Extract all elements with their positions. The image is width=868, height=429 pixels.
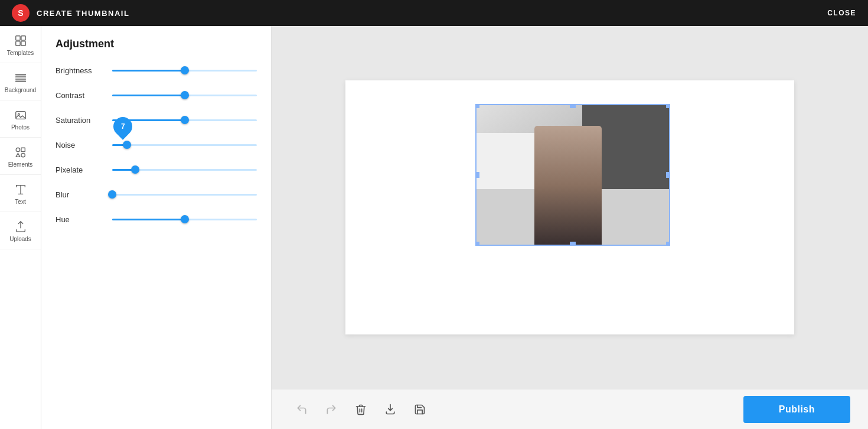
- redo-icon: [325, 404, 337, 415]
- svg-point-10: [16, 148, 19, 151]
- background-icon: [14, 72, 27, 84]
- undo-icon: [296, 404, 308, 415]
- saturation-row: Saturation: [56, 114, 257, 126]
- blur-row: Blur: [56, 188, 257, 200]
- sidebar-item-templates[interactable]: Templates: [0, 26, 41, 63]
- templates-icon: [14, 34, 27, 47]
- bottom-toolbar: Publish: [272, 389, 868, 429]
- brightness-label: Brightness: [56, 66, 103, 75]
- blur-label: Blur: [56, 190, 103, 199]
- pixelate-label: Pixelate: [56, 165, 103, 174]
- save-button[interactable]: [407, 397, 432, 422]
- canvas-image[interactable]: [475, 104, 670, 246]
- undo-button[interactable]: [289, 397, 314, 422]
- canvas-area: [272, 26, 868, 389]
- sidebar-item-text[interactable]: Text: [0, 175, 41, 212]
- sidebar-label-text: Text: [15, 199, 25, 206]
- handle-top-right[interactable]: [666, 104, 670, 108]
- sidebar-label-elements: Elements: [8, 161, 33, 168]
- handle-bottom-right[interactable]: [666, 242, 670, 246]
- svg-rect-1: [21, 36, 25, 40]
- blur-slider[interactable]: [112, 188, 257, 200]
- svg-rect-13: [21, 153, 24, 157]
- pixelate-slider[interactable]: [112, 164, 257, 176]
- header-left: S CREATE THUMBNAIL: [12, 4, 129, 22]
- main-layout: Templates Background Photos: [0, 26, 868, 429]
- kitchen-bg: [477, 105, 669, 245]
- download-icon: [384, 404, 396, 415]
- svg-rect-2: [15, 41, 19, 46]
- sidebar-item-uploads[interactable]: Uploads: [0, 212, 41, 249]
- save-icon: [414, 404, 426, 415]
- app-title: CREATE THUMBNAIL: [37, 9, 129, 18]
- delete-icon: [355, 404, 367, 415]
- publish-button[interactable]: Publish: [743, 396, 850, 423]
- handle-middle-right[interactable]: [666, 172, 670, 178]
- handle-top-center[interactable]: [570, 104, 576, 108]
- sidebar-label-uploads: Uploads: [9, 236, 31, 243]
- toolbar-left: [289, 397, 432, 422]
- kitchen-person: [534, 126, 602, 245]
- elements-icon: [14, 146, 27, 159]
- header: S CREATE THUMBNAIL CLOSE: [0, 0, 868, 26]
- saturation-label: Saturation: [56, 116, 103, 125]
- handle-bottom-left[interactable]: [475, 242, 479, 246]
- noise-label: Noise: [56, 141, 103, 150]
- handle-bottom-center[interactable]: [570, 242, 576, 246]
- brightness-slider[interactable]: [112, 64, 257, 76]
- canvas-section: Publish: [272, 26, 868, 429]
- logo: S: [12, 4, 30, 22]
- sidebar-item-background[interactable]: Background: [0, 63, 41, 100]
- uploads-icon: [14, 220, 27, 233]
- redo-button[interactable]: [319, 397, 344, 422]
- sidebar-label-templates: Templates: [7, 50, 34, 57]
- sidebar-label-photos: Photos: [11, 124, 30, 131]
- svg-marker-12: [16, 153, 19, 157]
- delete-button[interactable]: [348, 397, 373, 422]
- noise-row: Noise 7: [56, 139, 257, 151]
- text-icon: [14, 183, 27, 196]
- adjustment-panel: Adjustment Brightness Contrast: [41, 26, 272, 429]
- close-button[interactable]: CLOSE: [827, 9, 856, 17]
- saturation-slider[interactable]: [112, 114, 257, 126]
- hue-row: Hue: [56, 213, 257, 225]
- svg-rect-11: [21, 148, 24, 151]
- noise-slider[interactable]: 7: [112, 139, 257, 151]
- hue-slider[interactable]: [112, 213, 257, 225]
- sidebar-item-photos[interactable]: Photos: [0, 100, 41, 138]
- pixelate-row: Pixelate: [56, 164, 257, 176]
- photos-icon: [14, 109, 27, 122]
- icon-sidebar: Templates Background Photos: [0, 26, 41, 429]
- brightness-row: Brightness: [56, 64, 257, 76]
- svg-rect-0: [15, 36, 19, 40]
- sidebar-item-elements[interactable]: Elements: [0, 138, 41, 175]
- contrast-slider[interactable]: [112, 89, 257, 101]
- adjustment-title: Adjustment: [56, 38, 257, 50]
- handle-top-left[interactable]: [475, 104, 479, 108]
- canvas: [345, 80, 794, 334]
- svg-rect-3: [21, 41, 25, 46]
- handle-middle-left[interactable]: [475, 172, 479, 178]
- contrast-row: Contrast: [56, 89, 257, 101]
- sidebar-label-background: Background: [5, 87, 36, 94]
- hue-label: Hue: [56, 215, 103, 224]
- contrast-label: Contrast: [56, 91, 103, 100]
- download-button[interactable]: [378, 397, 403, 422]
